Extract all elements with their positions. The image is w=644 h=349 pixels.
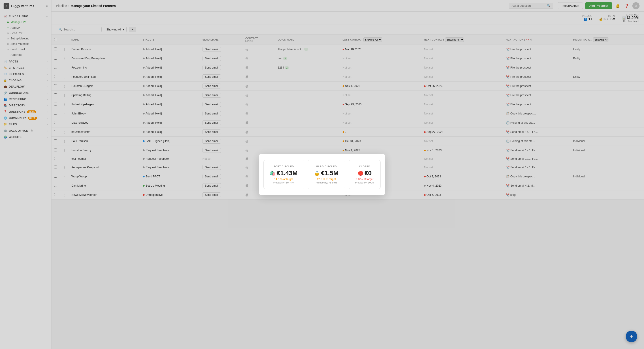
- card-pct: 0.0 % of target: [356, 178, 374, 181]
- card-amount: 🛍️ €1.43M: [270, 170, 298, 177]
- card-icon: 🛍️: [270, 170, 276, 176]
- card-amount-value: €0: [365, 170, 372, 177]
- card-icon: 🔴: [358, 170, 364, 176]
- card-label: SOFT CIRCLED: [274, 165, 294, 168]
- card-amount: 🔴 €0: [358, 170, 372, 177]
- card-prob: Probability: 100%: [355, 181, 374, 184]
- circling-modal: SOFT CIRCLED 🛍️ €1.43M 11.6 % of target …: [259, 154, 385, 195]
- card-prob: Probability: 75-99%: [316, 181, 337, 184]
- modal-card-closed: CLOSED 🔴 €0 0.0 % of target Probability:…: [349, 160, 381, 189]
- card-pct: 12.2 % of target: [317, 178, 336, 181]
- modal-card-hard-circled: HARD CIRCLED 🔒 €1.5M 12.2 % of target Pr…: [308, 160, 345, 189]
- card-prob: Probability: 10-74%: [273, 181, 294, 184]
- card-amount-value: €1.5M: [321, 170, 338, 177]
- card-label: HARD CIRCLED: [316, 165, 337, 168]
- modal-card-soft-circled: SOFT CIRCLED 🛍️ €1.43M 11.6 % of target …: [263, 160, 304, 189]
- card-amount: 🔒 €1.5M: [314, 170, 338, 177]
- card-amount-value: €1.43M: [277, 170, 298, 177]
- card-label: CLOSED: [359, 165, 370, 168]
- card-icon: 🔒: [314, 170, 320, 176]
- modal-overlay[interactable]: SOFT CIRCLED 🛍️ €1.43M 11.6 % of target …: [0, 0, 644, 349]
- card-pct: 11.6 % of target: [274, 178, 293, 181]
